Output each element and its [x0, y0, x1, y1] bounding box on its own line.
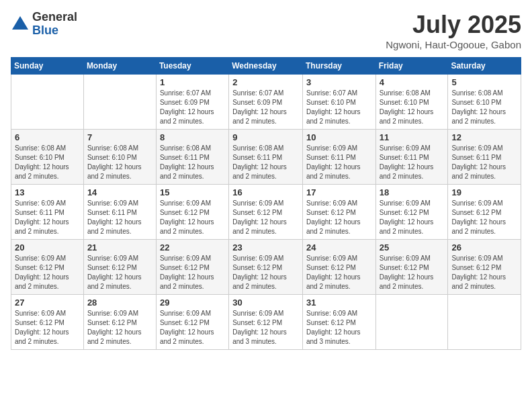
- day-number: 7: [87, 132, 152, 142]
- calendar-cell: 19Sunrise: 6:09 AM Sunset: 6:12 PM Dayli…: [448, 185, 521, 240]
- calendar-cell: 5Sunrise: 6:08 AM Sunset: 6:10 PM Daylig…: [448, 75, 521, 130]
- day-info: Sunrise: 6:09 AM Sunset: 6:11 PM Dayligh…: [380, 144, 445, 181]
- calendar-cell: 10Sunrise: 6:09 AM Sunset: 6:11 PM Dayli…: [302, 130, 375, 185]
- month-title: July 2025: [386, 11, 521, 39]
- calendar-cell: 22Sunrise: 6:09 AM Sunset: 6:12 PM Dayli…: [156, 240, 228, 295]
- day-number: 6: [15, 132, 80, 142]
- day-number: 2: [232, 77, 299, 87]
- calendar-cell: 15Sunrise: 6:09 AM Sunset: 6:12 PM Dayli…: [156, 185, 228, 240]
- day-info: Sunrise: 6:09 AM Sunset: 6:12 PM Dayligh…: [160, 309, 225, 347]
- calendar-cell: 4Sunrise: 6:08 AM Sunset: 6:10 PM Daylig…: [375, 75, 448, 130]
- day-info: Sunrise: 6:07 AM Sunset: 6:09 PM Dayligh…: [160, 89, 225, 126]
- calendar-cell: 16Sunrise: 6:09 AM Sunset: 6:12 PM Dayli…: [229, 185, 303, 240]
- calendar-cell: 8Sunrise: 6:08 AM Sunset: 6:11 PM Daylig…: [156, 130, 228, 185]
- calendar-week-row: 20Sunrise: 6:09 AM Sunset: 6:12 PM Dayli…: [11, 240, 521, 295]
- day-info: Sunrise: 6:09 AM Sunset: 6:11 PM Dayligh…: [451, 144, 517, 181]
- day-number: 24: [306, 242, 372, 253]
- day-info: Sunrise: 6:07 AM Sunset: 6:10 PM Dayligh…: [306, 89, 372, 126]
- calendar-cell: 12Sunrise: 6:09 AM Sunset: 6:11 PM Dayli…: [448, 130, 521, 185]
- calendar-cell: 24Sunrise: 6:09 AM Sunset: 6:12 PM Dayli…: [302, 240, 375, 295]
- day-info: Sunrise: 6:09 AM Sunset: 6:12 PM Dayligh…: [451, 199, 517, 236]
- day-number: 21: [87, 242, 152, 253]
- day-number: 30: [232, 298, 299, 308]
- calendar-cell: 29Sunrise: 6:09 AM Sunset: 6:12 PM Dayli…: [156, 295, 228, 350]
- day-info: Sunrise: 6:09 AM Sunset: 6:12 PM Dayligh…: [160, 199, 225, 236]
- calendar-cell: 26Sunrise: 6:09 AM Sunset: 6:12 PM Dayli…: [448, 240, 521, 295]
- day-number: 29: [160, 298, 225, 308]
- logo-blue-text: Blue: [32, 24, 77, 38]
- calendar-header-row: SundayMondayTuesdayWednesdayThursdayFrid…: [11, 58, 521, 75]
- calendar-week-row: 1Sunrise: 6:07 AM Sunset: 6:09 PM Daylig…: [11, 75, 521, 130]
- day-info: Sunrise: 6:09 AM Sunset: 6:12 PM Dayligh…: [15, 309, 80, 347]
- day-info: Sunrise: 6:09 AM Sunset: 6:12 PM Dayligh…: [380, 199, 445, 236]
- day-info: Sunrise: 6:09 AM Sunset: 6:12 PM Dayligh…: [15, 254, 80, 291]
- day-info: Sunrise: 6:09 AM Sunset: 6:11 PM Dayligh…: [87, 199, 152, 236]
- calendar-cell: 25Sunrise: 6:09 AM Sunset: 6:12 PM Dayli…: [375, 240, 448, 295]
- day-number: 5: [451, 77, 517, 87]
- calendar-cell: 14Sunrise: 6:09 AM Sunset: 6:11 PM Dayli…: [83, 185, 156, 240]
- weekday-header-monday: Monday: [83, 58, 156, 75]
- day-number: 26: [451, 242, 517, 253]
- logo-text: General Blue: [32, 11, 77, 38]
- calendar-cell: 20Sunrise: 6:09 AM Sunset: 6:12 PM Dayli…: [11, 240, 84, 295]
- calendar-cell: 23Sunrise: 6:09 AM Sunset: 6:12 PM Dayli…: [229, 240, 303, 295]
- day-number: 4: [380, 77, 445, 87]
- day-number: 28: [87, 298, 152, 308]
- day-number: 16: [232, 187, 299, 197]
- calendar-cell: [448, 295, 521, 350]
- calendar-cell: [83, 75, 156, 130]
- day-info: Sunrise: 6:09 AM Sunset: 6:12 PM Dayligh…: [380, 254, 445, 291]
- day-info: Sunrise: 6:09 AM Sunset: 6:11 PM Dayligh…: [306, 144, 372, 181]
- weekday-header-tuesday: Tuesday: [156, 58, 228, 75]
- calendar-cell: 17Sunrise: 6:09 AM Sunset: 6:12 PM Dayli…: [302, 185, 375, 240]
- day-info: Sunrise: 6:09 AM Sunset: 6:11 PM Dayligh…: [15, 199, 80, 236]
- calendar-week-row: 13Sunrise: 6:09 AM Sunset: 6:11 PM Dayli…: [11, 185, 521, 240]
- calendar-cell: 27Sunrise: 6:09 AM Sunset: 6:12 PM Dayli…: [11, 295, 84, 350]
- calendar-cell: 11Sunrise: 6:09 AM Sunset: 6:11 PM Dayli…: [375, 130, 448, 185]
- day-number: 27: [15, 298, 80, 308]
- day-number: 14: [87, 187, 152, 197]
- calendar-cell: 6Sunrise: 6:08 AM Sunset: 6:10 PM Daylig…: [11, 130, 84, 185]
- day-number: 8: [160, 132, 225, 142]
- day-info: Sunrise: 6:09 AM Sunset: 6:12 PM Dayligh…: [87, 254, 152, 291]
- calendar-cell: 3Sunrise: 6:07 AM Sunset: 6:10 PM Daylig…: [302, 75, 375, 130]
- day-number: 15: [160, 187, 225, 197]
- page-header: General Blue July 2025 Ngwoni, Haut-Ogoo…: [11, 11, 521, 50]
- day-info: Sunrise: 6:09 AM Sunset: 6:12 PM Dayligh…: [87, 309, 152, 347]
- day-info: Sunrise: 6:07 AM Sunset: 6:09 PM Dayligh…: [232, 89, 299, 126]
- day-info: Sunrise: 6:08 AM Sunset: 6:10 PM Dayligh…: [380, 89, 445, 126]
- day-number: 25: [380, 242, 445, 253]
- day-info: Sunrise: 6:09 AM Sunset: 6:12 PM Dayligh…: [306, 309, 372, 347]
- calendar-cell: [11, 75, 84, 130]
- logo-general-text: General: [32, 11, 77, 24]
- day-info: Sunrise: 6:09 AM Sunset: 6:12 PM Dayligh…: [232, 309, 299, 347]
- weekday-header-saturday: Saturday: [448, 58, 521, 75]
- day-number: 1: [160, 77, 225, 87]
- general-blue-logo-icon: [11, 15, 30, 34]
- calendar-cell: 21Sunrise: 6:09 AM Sunset: 6:12 PM Dayli…: [83, 240, 156, 295]
- weekday-header-sunday: Sunday: [11, 58, 84, 75]
- day-info: Sunrise: 6:09 AM Sunset: 6:12 PM Dayligh…: [232, 199, 299, 236]
- day-info: Sunrise: 6:09 AM Sunset: 6:12 PM Dayligh…: [232, 254, 299, 291]
- calendar-cell: 2Sunrise: 6:07 AM Sunset: 6:09 PM Daylig…: [229, 75, 303, 130]
- weekday-header-friday: Friday: [375, 58, 448, 75]
- day-number: 20: [15, 242, 80, 253]
- day-info: Sunrise: 6:09 AM Sunset: 6:12 PM Dayligh…: [451, 254, 517, 291]
- calendar-week-row: 27Sunrise: 6:09 AM Sunset: 6:12 PM Dayli…: [11, 295, 521, 350]
- day-info: Sunrise: 6:08 AM Sunset: 6:10 PM Dayligh…: [15, 144, 80, 181]
- calendar-cell: 18Sunrise: 6:09 AM Sunset: 6:12 PM Dayli…: [375, 185, 448, 240]
- day-info: Sunrise: 6:08 AM Sunset: 6:11 PM Dayligh…: [232, 144, 299, 181]
- day-number: 22: [160, 242, 225, 253]
- calendar-cell: 28Sunrise: 6:09 AM Sunset: 6:12 PM Dayli…: [83, 295, 156, 350]
- calendar-cell: 13Sunrise: 6:09 AM Sunset: 6:11 PM Dayli…: [11, 185, 84, 240]
- day-number: 11: [380, 132, 445, 142]
- calendar-cell: [375, 295, 448, 350]
- day-info: Sunrise: 6:08 AM Sunset: 6:10 PM Dayligh…: [87, 144, 152, 181]
- calendar-cell: 1Sunrise: 6:07 AM Sunset: 6:09 PM Daylig…: [156, 75, 228, 130]
- location-title: Ngwoni, Haut-Ogooue, Gabon: [386, 39, 521, 50]
- logo: General Blue: [11, 11, 77, 38]
- calendar-cell: 30Sunrise: 6:09 AM Sunset: 6:12 PM Dayli…: [229, 295, 303, 350]
- day-info: Sunrise: 6:09 AM Sunset: 6:12 PM Dayligh…: [306, 199, 372, 236]
- day-number: 3: [306, 77, 372, 87]
- calendar-cell: 7Sunrise: 6:08 AM Sunset: 6:10 PM Daylig…: [83, 130, 156, 185]
